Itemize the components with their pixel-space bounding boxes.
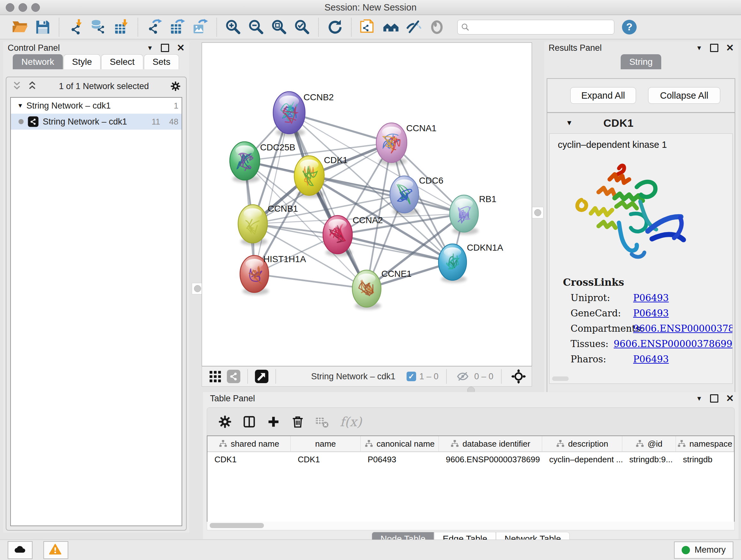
warnings-button[interactable]: [44, 541, 68, 559]
search-box[interactable]: [457, 20, 614, 35]
network-node-CCNE1[interactable]: [352, 270, 381, 310]
search-input[interactable]: [470, 22, 611, 32]
expand-all-button[interactable]: Expand All: [570, 87, 636, 104]
column-label: shared name: [231, 439, 279, 449]
network-node-CCNB1[interactable]: [238, 205, 267, 246]
export-table-button[interactable]: [167, 17, 187, 37]
tab-sets[interactable]: Sets: [144, 54, 179, 69]
tab-select[interactable]: Select: [101, 54, 143, 69]
table-cell[interactable]: stringdb: [676, 452, 734, 467]
table-hscrollbar[interactable]: [207, 522, 735, 530]
hide-items-button[interactable]: [404, 17, 424, 37]
control-panel-close-icon[interactable]: ✕: [177, 45, 185, 51]
results-panel-close-icon[interactable]: ✕: [726, 45, 734, 51]
minimize-window-button[interactable]: [18, 3, 27, 12]
network-node-CDC25B[interactable]: [230, 142, 260, 183]
show-columns-icon[interactable]: [242, 415, 256, 429]
network-graph[interactable]: CCNB2CCNA1CDC25BCDK1CDC6RB1CCNB1CCNA2CDK…: [202, 43, 532, 366]
node-table[interactable]: shared namenamecanonical namedatabase id…: [207, 435, 735, 523]
refresh-layout-button[interactable]: [325, 17, 345, 37]
help-button[interactable]: ?: [622, 20, 636, 35]
column-header-namespace[interactable]: namespace: [676, 436, 734, 451]
collapse-all-networks-icon[interactable]: [11, 81, 22, 91]
column-header-shared-name[interactable]: shared name: [207, 436, 291, 451]
table-cell[interactable]: CDK1: [207, 452, 291, 467]
network-collection-row[interactable]: ▼ String Network – cdk1 1: [11, 98, 182, 114]
export-image-button[interactable]: [191, 17, 210, 37]
memory-button[interactable]: Memory: [674, 542, 733, 559]
network-canvas[interactable]: CCNB2CCNA1CDC25BCDK1CDC6RB1CCNB1CCNA2CDK…: [202, 43, 532, 366]
control-panel-float-icon[interactable]: [161, 44, 169, 52]
tab-style[interactable]: Style: [64, 54, 100, 69]
selected-items-checkbox-icon[interactable]: ✓: [407, 372, 416, 381]
home-browser-button[interactable]: [381, 17, 401, 37]
clone-network-button[interactable]: [358, 17, 378, 37]
table-options-gear-icon[interactable]: [218, 415, 232, 429]
zoom-window-button[interactable]: [31, 3, 40, 12]
gene-expander-icon[interactable]: ▼: [566, 119, 573, 127]
zoom-out-button[interactable]: [246, 17, 266, 37]
table-hscrollbar-thumb[interactable]: [210, 523, 264, 528]
gene-section-header[interactable]: ▼ CDK1: [547, 113, 735, 133]
collection-expander-icon[interactable]: ▼: [17, 102, 23, 109]
collapse-all-button[interactable]: Collapse All: [648, 87, 720, 104]
network-options-gear-icon[interactable]: [170, 81, 181, 91]
network-node-CDKN1A[interactable]: [439, 244, 467, 283]
hidden-items-eye-icon[interactable]: [456, 370, 469, 383]
column-header-name[interactable]: name: [291, 436, 360, 451]
zoom-fit-button[interactable]: [269, 17, 289, 37]
column-header--id[interactable]: @id: [622, 436, 676, 451]
crosslink-link[interactable]: P06493: [633, 293, 669, 303]
crosslink-link[interactable]: P06493: [633, 308, 669, 319]
table-cell[interactable]: cyclin–dependent ...: [542, 452, 622, 467]
right-splitter-handle[interactable]: [532, 207, 543, 219]
control-panel-menu-icon[interactable]: ▼: [147, 44, 153, 52]
table-cell[interactable]: stringdb:9...: [622, 452, 676, 467]
add-column-icon[interactable]: [266, 415, 280, 429]
table-cell[interactable]: CDK1: [291, 452, 360, 467]
column-header-description[interactable]: description: [542, 436, 622, 451]
fit-selection-crosshair-icon[interactable]: [511, 369, 526, 384]
crosslink-link[interactable]: 9606.ENSP00000378699: [614, 338, 732, 349]
import-network-file-button[interactable]: [66, 17, 85, 37]
table-cell[interactable]: P06493: [360, 452, 439, 467]
share-view-icon[interactable]: [226, 369, 241, 384]
open-file-button[interactable]: [10, 17, 30, 37]
export-network-button[interactable]: [145, 17, 164, 37]
column-header-database-identifier[interactable]: database identifier: [439, 436, 542, 451]
network-node-RB1[interactable]: [450, 195, 478, 235]
network-row[interactable]: String Network – cdk1 11 48: [11, 114, 182, 130]
import-table-button[interactable]: [112, 17, 131, 37]
collection-count: 1: [174, 101, 179, 111]
show-items-button[interactable]: [427, 17, 447, 37]
save-session-button[interactable]: [33, 17, 53, 37]
network-node-CCNA1[interactable]: [376, 123, 407, 165]
column-header-canonical-name[interactable]: canonical name: [360, 436, 439, 451]
table-panel-close-icon[interactable]: ✕: [726, 395, 734, 401]
network-node-CCNB2[interactable]: [273, 91, 305, 137]
network-node-CDK1[interactable]: [294, 156, 324, 198]
zoom-in-button[interactable]: [223, 17, 243, 37]
import-network-database-button[interactable]: [89, 17, 109, 37]
results-scrollbar-thumb[interactable]: [552, 376, 569, 381]
cloud-status-button[interactable]: [8, 541, 32, 559]
results-panel-menu-icon[interactable]: ▼: [696, 44, 702, 52]
grid-view-icon[interactable]: [208, 369, 222, 384]
results-panel-float-icon[interactable]: [710, 44, 718, 52]
table-cell[interactable]: 9606.ENSP00000378699: [439, 452, 542, 467]
network-node-CCNA2[interactable]: [323, 215, 352, 256]
table-panel-menu-icon[interactable]: ▼: [696, 395, 702, 402]
birdseye-view-icon[interactable]: [254, 369, 269, 384]
delete-column-icon[interactable]: [291, 415, 305, 429]
close-window-button[interactable]: [6, 3, 14, 12]
table-panel-float-icon[interactable]: [710, 394, 718, 402]
crosslink-link[interactable]: P06493: [633, 354, 669, 365]
tab-string[interactable]: String: [621, 54, 661, 69]
crosslink-link[interactable]: 9606.ENSP00000378699: [633, 323, 733, 334]
table-row[interactable]: CDK1CDK1P064939606.ENSP00000378699cyclin…: [207, 452, 734, 467]
zoom-selected-button[interactable]: [292, 17, 312, 37]
tab-network[interactable]: Network: [13, 54, 63, 69]
toolbar-separator: [216, 18, 217, 37]
node-label-CCNB1: CCNB1: [268, 204, 298, 213]
expand-all-networks-icon[interactable]: [27, 81, 38, 91]
